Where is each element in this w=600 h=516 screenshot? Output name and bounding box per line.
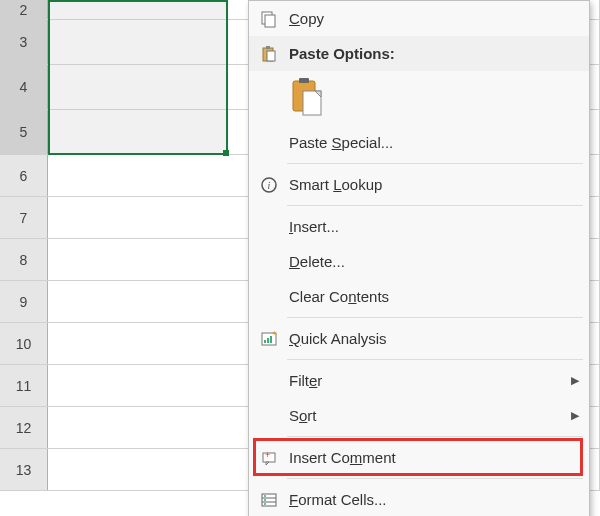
menu-smart-lookup[interactable]: i Smart Lookup xyxy=(249,167,589,202)
row-header-5[interactable]: 5 xyxy=(0,110,48,154)
menu-separator xyxy=(287,359,583,360)
menu-paste-options: Paste Options: xyxy=(249,36,589,71)
svg-rect-1 xyxy=(265,15,275,27)
chevron-right-icon: ▶ xyxy=(571,374,579,387)
menu-separator xyxy=(287,317,583,318)
paste-options-block xyxy=(249,71,589,125)
menu-separator xyxy=(287,163,583,164)
svg-point-19 xyxy=(264,495,266,497)
menu-label: Copy xyxy=(283,10,579,27)
menu-quick-analysis[interactable]: Quick Analysis xyxy=(249,321,589,356)
menu-clear-contents[interactable]: Clear Contents xyxy=(249,279,589,314)
svg-text:i: i xyxy=(268,180,271,191)
svg-rect-12 xyxy=(267,338,269,343)
svg-rect-6 xyxy=(299,78,309,83)
row-header-10[interactable]: 10 xyxy=(0,323,48,364)
menu-paste-special[interactable]: Paste Special... xyxy=(249,125,589,160)
paste-icon xyxy=(255,42,283,66)
format-cells-icon xyxy=(255,488,283,512)
paste-clipboard-icon[interactable] xyxy=(289,77,579,117)
svg-rect-4 xyxy=(267,51,275,61)
info-icon: i xyxy=(255,173,283,197)
row-header-11[interactable]: 11 xyxy=(0,365,48,406)
menu-label: Insert... xyxy=(283,218,579,235)
menu-separator xyxy=(287,478,583,479)
blank-icon xyxy=(255,369,283,393)
blank-icon xyxy=(255,131,283,155)
menu-separator xyxy=(287,205,583,206)
menu-filter[interactable]: Filter ▶ xyxy=(249,363,589,398)
menu-copy[interactable]: Copy xyxy=(249,1,589,36)
menu-label: Sort xyxy=(283,407,571,424)
menu-format-cells[interactable]: Format Cells... xyxy=(249,482,589,516)
menu-insert-comment[interactable]: + Insert Comment xyxy=(249,440,589,475)
svg-rect-13 xyxy=(270,336,272,343)
comment-icon: + xyxy=(255,446,283,470)
svg-rect-11 xyxy=(264,340,266,343)
blank-icon xyxy=(255,250,283,274)
menu-label: Clear Contents xyxy=(283,288,579,305)
row-header-7[interactable]: 7 xyxy=(0,197,48,238)
chevron-right-icon: ▶ xyxy=(571,409,579,422)
menu-label: Smart Lookup xyxy=(283,176,579,193)
menu-label: Paste Special... xyxy=(283,134,579,151)
menu-label: Insert Comment xyxy=(283,449,579,466)
row-header-3[interactable]: 3 xyxy=(0,20,48,64)
row-header-6[interactable]: 6 xyxy=(0,155,48,196)
menu-label: Filter xyxy=(283,372,571,389)
svg-rect-3 xyxy=(266,46,270,49)
row-header-13[interactable]: 13 xyxy=(0,449,48,490)
svg-point-21 xyxy=(264,503,266,505)
row-header-4[interactable]: 4 xyxy=(0,65,48,109)
svg-text:+: + xyxy=(265,450,270,460)
menu-label: Quick Analysis xyxy=(283,330,579,347)
menu-sort[interactable]: Sort ▶ xyxy=(249,398,589,433)
menu-label: Delete... xyxy=(283,253,579,270)
copy-icon xyxy=(255,7,283,31)
row-header-2[interactable]: 2 xyxy=(0,0,48,19)
blank-icon xyxy=(255,404,283,428)
menu-separator xyxy=(287,436,583,437)
menu-label: Paste Options: xyxy=(283,45,579,62)
menu-insert[interactable]: Insert... xyxy=(249,209,589,244)
blank-icon xyxy=(255,285,283,309)
blank-icon xyxy=(255,215,283,239)
row-header-12[interactable]: 12 xyxy=(0,407,48,448)
menu-delete[interactable]: Delete... xyxy=(249,244,589,279)
row-header-8[interactable]: 8 xyxy=(0,239,48,280)
quick-analysis-icon xyxy=(255,327,283,351)
svg-point-20 xyxy=(264,499,266,501)
menu-label: Format Cells... xyxy=(283,491,579,508)
context-menu: Copy Paste Options: Paste Special... i S… xyxy=(248,0,590,516)
row-header-9[interactable]: 9 xyxy=(0,281,48,322)
